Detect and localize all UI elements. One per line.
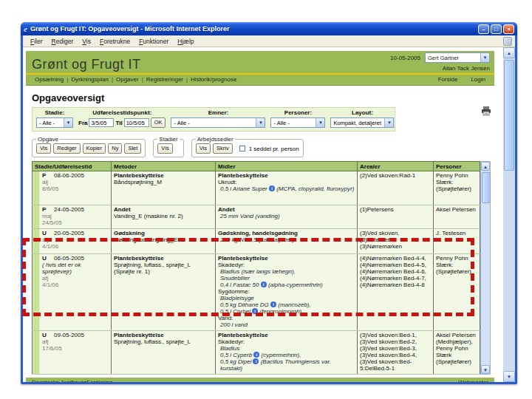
stadie-created: 24/5/05	[42, 219, 109, 226]
maximize-button[interactable]: □	[491, 24, 502, 34]
stadie-line: U09-05-2005	[42, 332, 109, 338]
col-header-stadie-udf-relsestid: Stadie/Udførelsestid	[33, 162, 112, 171]
minimize-button[interactable]: –	[478, 24, 489, 34]
scroll-down-icon[interactable]: ▼	[503, 371, 515, 382]
menu-items: FilerRedigerVisForetrukneFunktionerHjælp	[26, 37, 199, 46]
menu-rediger[interactable]: Rediger	[47, 37, 78, 46]
info-icon[interactable]: i	[270, 301, 276, 307]
cell-arealer: (2)Ved skoven:Rad-1	[358, 171, 434, 205]
table-row[interactable]: U20-05-2005afj4/1/06GødskningGødningsudb…	[33, 229, 480, 254]
info-icon[interactable]: i	[252, 308, 258, 314]
cell-arealer: (3)Ved skoven:Bed-1,(3)Ved skoven:Bed-2,…	[358, 331, 434, 375]
table-row[interactable]: P24-05-2005maj24/5/05AndetVanding_E (mas…	[33, 205, 480, 229]
person-line: Penny Pohn	[436, 172, 477, 179]
cell-metoder: AndetVanding_E (maskine nr. 2)	[112, 205, 216, 229]
cell-stadie: U09-05-2005afj17/6/05	[33, 331, 112, 375]
emner-select-value: - Alle -	[171, 120, 191, 126]
areal-line: (3)Nørremarken	[360, 243, 431, 250]
product-actives: (cypermethrin),	[259, 352, 301, 358]
stadier-vis-button[interactable]: Vis	[157, 143, 172, 154]
menu-filer[interactable]: Filer	[26, 37, 47, 46]
personer-select[interactable]: - Alle - ▼	[270, 117, 325, 128]
table-scrollbar[interactable]: ▲ ▼	[480, 161, 491, 375]
cell-midler: Andet25 mm Vand (vanding)	[216, 205, 358, 229]
fra-label: Fra	[78, 120, 87, 126]
table-row[interactable]: U06-05-2005( hvis det er ok sprøjtevejr)…	[33, 254, 480, 331]
metoder-line: Båndsprøjtning_M	[114, 179, 213, 185]
areal-line: (3)Ved skoven:Bed-1,	[360, 332, 431, 338]
scroll-down-icon[interactable]: ▼	[481, 365, 490, 374]
opgave-slet-button[interactable]: Slet	[124, 143, 141, 154]
nav-ops-tning[interactable]: Opsætning	[32, 76, 66, 83]
metoder-title: Gødskning	[114, 230, 213, 236]
areal-line: (4)Nørremarken Bed-4-5,	[360, 262, 431, 268]
user-select[interactable]: Gert Gartner ▼	[425, 52, 490, 63]
menu-hj-lp[interactable]: Hjælp	[173, 37, 198, 46]
footer-organisation-link[interactable]: Danmarks JordbrugsForskning	[32, 379, 112, 382]
til-date-input[interactable]	[124, 118, 149, 127]
table-scrollbar-thumb[interactable]	[482, 172, 491, 203]
close-button[interactable]: ×	[503, 24, 514, 34]
metoder-line: Sprøjtning, luftass., sprøjte_L	[114, 262, 213, 268]
opgave-kopier-button[interactable]: Kopier	[83, 143, 106, 154]
stadie-note: ( hvis det er ok sprøjtevejr)	[42, 262, 109, 275]
scroll-up-icon[interactable]: ▲	[503, 47, 515, 58]
person-line: (Sprøjtefører)	[436, 268, 477, 275]
window-scrollbar[interactable]: ▲ ▼	[503, 47, 515, 382]
cell-metoder: PlantebeskyttelseSprøjtning, luftass., s…	[112, 254, 216, 331]
nav-dyrkningsplan[interactable]: Dyrkningsplan	[68, 76, 112, 83]
menu-funktioner[interactable]: Funktioner	[134, 37, 173, 46]
window-scrollbar-thumb[interactable]	[504, 60, 514, 171]
areal-line: (4)Nørremarken Bed-4-4,	[360, 255, 431, 262]
stadie-created: 4/1/06	[42, 282, 109, 288]
opgave-ny-button[interactable]: Ny	[108, 143, 122, 154]
nav-forside[interactable]: Forside	[435, 76, 461, 83]
nav-login[interactable]: Login	[468, 76, 488, 83]
chevron-down-icon: ▼	[384, 118, 393, 127]
opgave-vis-button[interactable]: Vis	[36, 143, 51, 154]
product-name: 0,5 kg Dipel	[220, 358, 253, 365]
scroll-up-icon[interactable]: ▲	[481, 162, 490, 171]
app-title: Grønt og Frugt IT	[32, 57, 141, 72]
stadie-select[interactable]: - Alle - ▼	[36, 117, 73, 128]
table-row[interactable]: U09-05-2005afj17/6/05PlantebeskyttelseSp…	[33, 331, 480, 375]
areal-line: (4)Nørremarken Bed-4-8	[360, 282, 431, 288]
ok-button[interactable]: OK	[151, 117, 166, 128]
arbejdssedler-group: Arbejdssedler VisSkriv 1 seddel pr. pers…	[191, 136, 304, 157]
seddel-checkbox[interactable]	[239, 146, 245, 151]
arbejdssedler-vis-button[interactable]: Vis	[196, 143, 211, 154]
nav-registreringer[interactable]: Registreringer	[143, 76, 186, 83]
nav-historik-prognose[interactable]: Historik/prognose	[188, 76, 239, 83]
info-icon[interactable]: i	[269, 185, 275, 191]
col-header-metoder: Metoder	[112, 162, 216, 171]
opgave-rediger-button[interactable]: Rediger	[53, 143, 80, 154]
product-actives: (mancozeb),	[276, 301, 311, 308]
midler-line: Bladlus	[218, 345, 355, 352]
menu-vis[interactable]: Vis	[78, 37, 95, 46]
stadie-initials: afj	[42, 275, 109, 282]
emner-select[interactable]: - Alle - ▼	[171, 117, 265, 128]
chevron-down-icon: ▼	[316, 118, 324, 127]
webmaster-link[interactable]: Webmaster	[458, 379, 488, 382]
midler-label: Skadedyr:	[218, 262, 355, 268]
print-icon[interactable]	[481, 106, 491, 119]
arbejdssedler-skriv-button[interactable]: Skriv	[213, 143, 233, 154]
person-line: Stærk:	[436, 179, 477, 185]
person-line: Penny Pohn	[436, 345, 477, 352]
table-row[interactable]: P08-06-2005alj8/6/05PlantebeskyttelseBån…	[33, 171, 480, 205]
menu-foretrukne[interactable]: Foretrukne	[95, 37, 134, 46]
chevron-down-icon: ▼	[480, 53, 489, 62]
stadie-code: P	[42, 206, 54, 213]
internet-explorer-icon: e	[24, 25, 27, 33]
fra-date-input[interactable]	[89, 118, 114, 127]
stadie-date: 09-05-2005	[54, 332, 84, 338]
layout-select[interactable]: Kompakt, detaljeret ▼	[330, 117, 394, 128]
product-name: 0,5 l Cyperb	[220, 352, 253, 358]
nav-opgaver[interactable]: Opgaver	[113, 76, 142, 83]
window-titlebar: e Grønt og Frugt IT: Opgaveoversigt - Mi…	[21, 22, 517, 35]
cell-stadie: P24-05-2005maj24/5/05	[33, 205, 112, 229]
product-name: 0,5 l Corbel	[220, 308, 252, 315]
stadie-created: 4/1/06	[42, 243, 109, 250]
web-page: Grønt og Frugt IT 10-05-2005 Gert Gartne…	[26, 51, 494, 382]
info-icon[interactable]: i	[261, 282, 267, 287]
